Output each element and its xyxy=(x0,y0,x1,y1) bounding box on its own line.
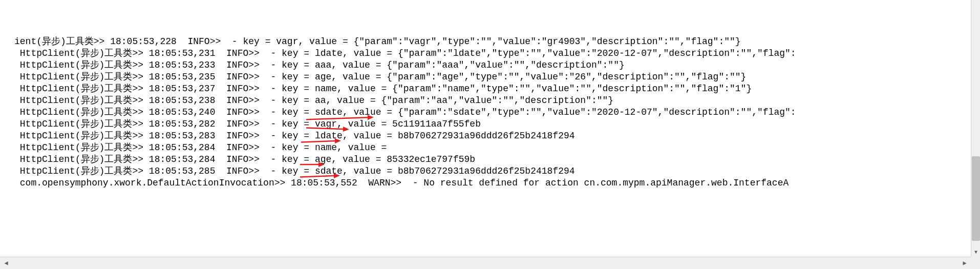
log-line: HttpClient(异步)工具类>> 18:05:53,231 INFO>> … xyxy=(14,48,980,59)
scrollbar-corner xyxy=(971,257,980,269)
log-line: HttpClient(异步)工具类>> 18:05:53,283 INFO>> … xyxy=(14,130,980,142)
log-line: com.opensymphony.xwork.DefaultActionInvo… xyxy=(14,177,980,189)
log-line: HttpClient(异步)工具类>> 18:05:53,237 INFO>> … xyxy=(14,83,980,95)
log-line: HttpClient(异步)工具类>> 18:05:53,235 INFO>> … xyxy=(14,71,980,83)
scroll-left-arrow-icon[interactable]: ◀ xyxy=(0,257,12,269)
scroll-down-arrow-icon[interactable]: ▼ xyxy=(971,247,980,257)
vertical-scrollbar[interactable]: ▼ xyxy=(971,0,980,257)
log-viewer[interactable]: ient(异步)工具类>> 18:05:53,228 INFO>> - key … xyxy=(0,0,980,257)
log-line: HttpClient(异步)工具类>> 18:05:53,285 INFO>> … xyxy=(14,165,980,177)
log-line: HttpClient(异步)工具类>> 18:05:53,240 INFO>> … xyxy=(14,107,980,118)
log-line: HttpClient(异步)工具类>> 18:05:53,282 INFO>> … xyxy=(14,118,980,130)
log-line: HttpClient(异步)工具类>> 18:05:53,284 INFO>> … xyxy=(14,154,980,165)
log-line: ient(异步)工具类>> 18:05:53,228 INFO>> - key … xyxy=(14,36,980,48)
log-line: HttpClient(异步)工具类>> 18:05:53,284 INFO>> … xyxy=(14,142,980,154)
log-lines: ient(异步)工具类>> 18:05:53,228 INFO>> - key … xyxy=(14,36,980,189)
log-line: HttpClient(异步)工具类>> 18:05:53,233 INFO>> … xyxy=(14,59,980,71)
horizontal-scrollbar[interactable]: ◀ ▶ xyxy=(0,257,980,269)
vertical-scrollbar-thumb[interactable] xyxy=(972,156,980,241)
scroll-right-arrow-icon[interactable]: ▶ xyxy=(958,257,971,269)
log-line: HttpClient(异步)工具类>> 18:05:53,238 INFO>> … xyxy=(14,95,980,107)
